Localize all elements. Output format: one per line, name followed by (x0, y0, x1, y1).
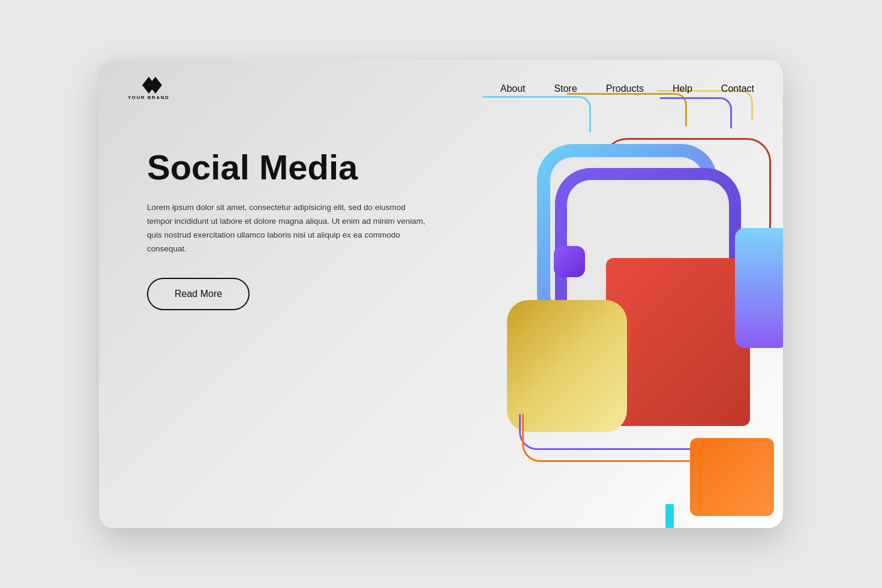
shape-teal-small (665, 504, 674, 528)
header: YOUR BRAND About Store Products Help Con… (99, 60, 783, 100)
navigation: About Store Products Help Contact (500, 83, 754, 94)
shape-red-fill (606, 258, 750, 426)
logo: YOUR BRAND (128, 77, 169, 100)
read-more-button[interactable]: Read More (147, 278, 250, 310)
nav-help[interactable]: Help (673, 83, 692, 94)
nav-contact[interactable]: Contact (721, 83, 754, 94)
brand-name: YOUR BRAND (128, 95, 169, 100)
shape-small-purple (554, 246, 585, 277)
line-orange-bottom (522, 414, 690, 462)
nav-store[interactable]: Store (554, 83, 577, 94)
logo-icon (136, 77, 162, 94)
shape-orange (690, 438, 774, 516)
nav-products[interactable]: Products (606, 83, 644, 94)
shape-gold (507, 300, 627, 432)
page-container: YOUR BRAND About Store Products Help Con… (99, 60, 783, 528)
hero-body: Lorem ipsum dolor sit amet, consectetur … (147, 201, 429, 256)
shape-blue-purple-fill (735, 228, 783, 348)
svg-marker-1 (149, 77, 162, 94)
hero-section: Social Media Lorem ipsum dolor sit amet,… (99, 100, 471, 310)
nav-about[interactable]: About (500, 83, 526, 94)
hero-title: Social Media (147, 148, 442, 187)
